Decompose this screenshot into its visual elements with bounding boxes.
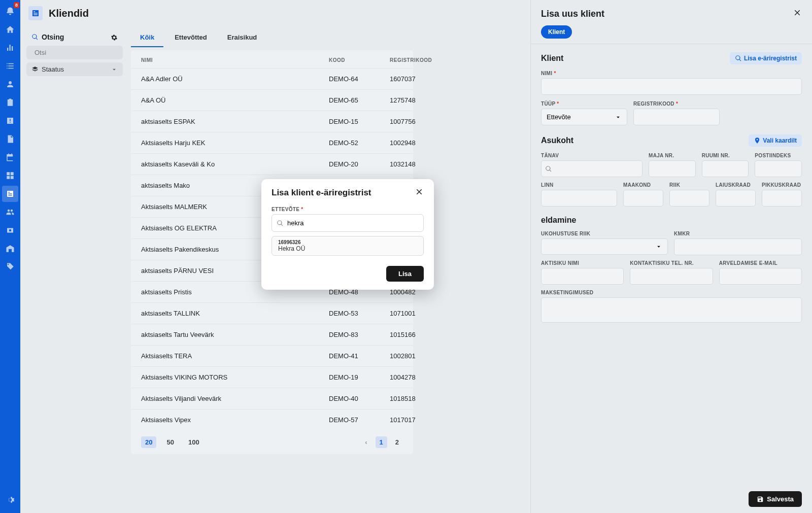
nav-tasks[interactable] (2, 58, 18, 74)
save-icon (757, 496, 764, 503)
maakond-input[interactable] (623, 190, 663, 207)
table-row[interactable]: Aktsiaselts TERADEMO-411002801 (131, 345, 413, 366)
page-size-100[interactable]: 100 (184, 436, 204, 448)
page-prev[interactable]: ‹ (361, 436, 371, 448)
ruumi-label: RUUMI NR. (702, 153, 749, 158)
nav-rail: 8 (0, 0, 20, 513)
ettevote-search-input[interactable] (272, 214, 424, 232)
table-row[interactable]: aktsiaselts ESPAKDEMO-151007756 (131, 111, 413, 132)
nimi-input[interactable] (541, 78, 802, 95)
maksetingimused-input[interactable] (541, 297, 802, 323)
nav-tag[interactable] (2, 259, 18, 275)
nav-alert[interactable] (2, 113, 18, 129)
linn-label: LINN (541, 182, 617, 188)
e-ariregister-button[interactable]: Lisa e-äriregistrist (730, 52, 802, 64)
riik-input[interactable] (669, 190, 709, 207)
drawer-tab-klient[interactable]: Klient (541, 25, 572, 39)
header-code: KOOD (329, 57, 390, 63)
drawer-close-icon[interactable] (793, 8, 802, 19)
result-name: Hekra OÜ (278, 245, 417, 252)
table-row[interactable]: aktsiaselts TALLINKDEMO-531071001 (131, 302, 413, 324)
table-row[interactable]: A&A Adler OÜDEMO-641607037 (131, 68, 413, 89)
table-header: NIMI KOOD REGISTRIKOOD (131, 50, 413, 68)
search-input-wrap[interactable] (26, 46, 123, 59)
page-size-50[interactable]: 50 (162, 436, 178, 448)
table-row[interactable]: Aktsiaselts Harju KEKDEMO-521002948 (131, 132, 413, 153)
nav-document[interactable] (2, 131, 18, 147)
tabs: Kõik Ettevõtted Eraisikud (131, 28, 413, 47)
pikkuskraad-input[interactable] (762, 190, 802, 207)
cell-code: DEMO-15 (329, 118, 390, 125)
ruumi-input[interactable] (702, 160, 749, 177)
page-1[interactable]: 1 (376, 436, 387, 448)
cell-code: DEMO-53 (329, 310, 390, 317)
nav-analytics[interactable] (2, 40, 18, 56)
kmkr-input[interactable] (674, 238, 802, 255)
tab-all[interactable]: Kõik (131, 28, 163, 47)
page-2[interactable]: 2 (391, 436, 403, 448)
table-row[interactable]: Aktsiaselts VIKING MOTORSDEMO-191004278 (131, 366, 413, 388)
nav-home[interactable] (2, 21, 18, 38)
nav-settings[interactable] (2, 492, 18, 508)
save-button[interactable]: Salvesta (749, 491, 802, 507)
clients-icon (28, 6, 43, 20)
status-filter[interactable]: Staatus (26, 62, 123, 76)
e-ariregister-modal: Lisa klient e-äriregistrist ETTEVÕTE * 1… (261, 179, 434, 290)
cell-name: A&A Adler OÜ (141, 75, 329, 83)
nav-calendar[interactable] (2, 149, 18, 165)
kmkr-label: KMKR (674, 231, 802, 236)
nav-notifications[interactable]: 8 (2, 3, 18, 19)
modal-submit-button[interactable]: Lisa (386, 266, 424, 282)
modal-title: Lisa klient e-äriregistrist (272, 188, 371, 198)
search-input[interactable] (35, 49, 120, 56)
table-row[interactable]: aktsiaselts Tartu VeevärkDEMO-831015166 (131, 324, 413, 345)
nav-money[interactable] (2, 222, 18, 238)
nav-team[interactable] (2, 204, 18, 220)
page-size-20[interactable]: 20 (141, 436, 156, 448)
tanav-input[interactable] (541, 160, 642, 177)
search-sidebar: Otsing Staatus (26, 28, 123, 76)
riik-label: RIIK (669, 182, 709, 188)
cell-reg: 1007756 (390, 118, 416, 125)
postiindeks-input[interactable] (755, 160, 802, 177)
tuup-select[interactable]: Ettevõte (541, 109, 627, 125)
ettevote-label: ETTEVÕTE (272, 207, 299, 212)
cell-reg: 1002948 (390, 139, 416, 147)
postiindeks-label: POSTIINDEKS (755, 153, 802, 158)
cell-code: DEMO-20 (329, 160, 390, 168)
search-settings-icon[interactable] (111, 32, 118, 42)
arveldamise-email-input[interactable] (719, 268, 802, 285)
nav-grid[interactable] (2, 167, 18, 184)
maja-input[interactable] (649, 160, 696, 177)
cell-reg: 1607037 (390, 75, 416, 83)
maakond-label: MAAKOND (623, 182, 663, 188)
nav-warehouse[interactable] (2, 241, 18, 257)
tab-individuals[interactable]: Eraisikud (218, 28, 266, 47)
kontakt-tel-input[interactable] (630, 268, 713, 285)
add-client-drawer: Lisa uus klient Klient Klient Lisa e-äri… (530, 0, 812, 513)
table-row[interactable]: Aktsiaselts VipexDEMO-571017017 (131, 409, 413, 430)
modal-close-icon[interactable] (415, 187, 424, 198)
table-row[interactable]: Aktsiaselts Viljandi VeevärkDEMO-4010185… (131, 388, 413, 409)
arveldamise-email-label: ARVELDAMISE E-MAIL (719, 260, 802, 266)
cell-name: aktsiaselts TALLINK (141, 310, 329, 317)
nav-clients[interactable] (2, 186, 18, 202)
pikkuskraad-label: PIKKUSKRAAD (762, 182, 802, 188)
chevron-down-icon (111, 66, 118, 73)
table-row[interactable]: A&A OÜDEMO-651275748 (131, 89, 413, 111)
linn-input[interactable] (541, 190, 617, 207)
registrikood-input[interactable] (633, 109, 720, 125)
nav-clipboard[interactable] (2, 94, 18, 111)
cell-name: Aktsiaselts Viljandi Veevärk (141, 395, 329, 402)
tab-companies[interactable]: Ettevõtted (165, 28, 216, 47)
maksu-riik-select[interactable] (541, 238, 668, 255)
laiuskraad-input[interactable] (716, 190, 756, 207)
kontaktnimi-input[interactable] (541, 268, 624, 285)
table-row[interactable]: aktsiaselts Kaseväli & KoDEMO-201032148 (131, 153, 413, 175)
section-asukoht-title: Asukoht (541, 136, 573, 145)
vali-kaardilt-button[interactable]: Vali kaardilt (749, 134, 802, 147)
cell-code: DEMO-83 (329, 331, 390, 338)
search-result-item[interactable]: 16996326 Hekra OÜ (272, 236, 424, 256)
cell-code: DEMO-64 (329, 75, 390, 83)
nav-people[interactable] (2, 76, 18, 92)
